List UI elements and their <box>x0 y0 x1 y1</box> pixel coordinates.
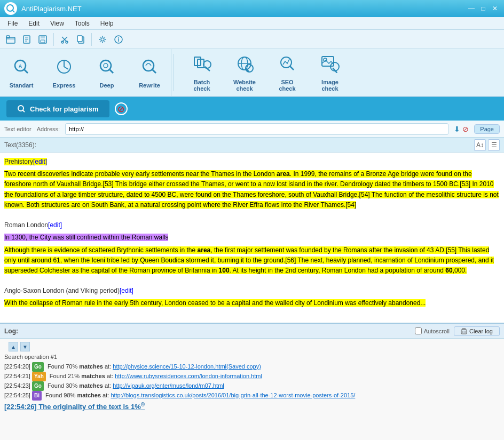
log-link-0[interactable]: http://physice.science/15-10-12-london.h… <box>113 363 261 370</box>
svg-line-28 <box>152 69 156 73</box>
toolbar-settings[interactable] <box>95 32 110 47</box>
log-link-3[interactable]: http://blogs.translogistics.co.uk/posts/… <box>111 392 355 398</box>
svg-rect-3 <box>6 36 10 38</box>
view-toggle-button[interactable]: ☰ <box>488 139 500 151</box>
maximize-button[interactable]: □ <box>478 4 488 13</box>
log-final-entry: [22:54:26] The originality of the text i… <box>4 401 500 413</box>
svg-point-17 <box>101 38 104 41</box>
toolbar: i <box>0 30 504 49</box>
menu-file[interactable]: File <box>2 19 23 28</box>
toolbar-sep2 <box>91 33 92 46</box>
image-label: Imagecheck <box>321 79 338 92</box>
toolbar-paste[interactable] <box>73 32 88 47</box>
page-button[interactable]: Page <box>474 124 500 134</box>
svg-rect-46 <box>461 330 467 334</box>
log-tag-yah-1: Yah <box>32 372 46 381</box>
rewrite-label: Rewrite <box>139 82 160 89</box>
log-link-2[interactable]: http://vipauk.org/enter/muse/lond/m07.ht… <box>113 382 224 389</box>
mode-rewrite[interactable]: Rewrite <box>128 49 171 96</box>
website-icon <box>235 54 254 77</box>
editor-tools: A↕ ☰ <box>474 139 500 151</box>
mode-website[interactable]: Websitecheck <box>223 49 266 96</box>
check-modes-bar: A Standart Express <box>0 49 504 97</box>
action-bar: Check for plagiarism ⊘ <box>0 97 504 121</box>
log-search-op: Search operation #1 <box>4 353 500 362</box>
svg-rect-16 <box>77 36 82 42</box>
log-tag-bi-3: Bi <box>32 391 42 401</box>
close-button[interactable]: ✕ <box>490 4 500 13</box>
express-icon <box>54 57 74 80</box>
mode-batch[interactable]: Batchcheck <box>180 49 223 96</box>
mode-standart[interactable]: A Standart <box>0 49 43 96</box>
window-controls: — □ ✕ <box>467 4 500 13</box>
toolbar-open[interactable] <box>3 32 18 47</box>
toolbar-save[interactable] <box>35 32 50 47</box>
deep-icon <box>97 57 116 80</box>
autoscroll-label[interactable]: Autoscroll <box>415 327 450 334</box>
svg-point-31 <box>203 61 211 68</box>
svg-rect-9 <box>41 36 45 38</box>
svg-line-45 <box>23 110 25 113</box>
log-controls: Autoscroll Clear log <box>415 326 500 336</box>
text-editor-label: Text editor <box>4 126 32 132</box>
menu-tools[interactable]: Tools <box>69 19 95 28</box>
toolbar-new[interactable] <box>19 32 34 47</box>
batch-label: Batchcheck <box>193 79 210 92</box>
svg-text:A: A <box>19 63 22 69</box>
seo-label: SEOcheck <box>279 79 295 92</box>
mode-express[interactable]: Express <box>43 49 85 96</box>
menu-help[interactable]: Help <box>95 19 119 28</box>
address-bar: Text editor Address: ⬇ ⊘ Page <box>0 121 504 138</box>
scroll-up-button[interactable]: ▲ <box>9 342 18 351</box>
scroll-down-button[interactable]: ▼ <box>20 342 30 351</box>
text-content[interactable]: Prehistory[edit] Two recent discoveries … <box>0 153 504 323</box>
log-link-1[interactable]: http://www.rubysresidences.com/london-in… <box>115 373 262 379</box>
cancel-button[interactable]: ⊘ <box>115 102 128 115</box>
check-plagiarism-button[interactable]: Check for plagiarism <box>6 100 109 117</box>
editor-header: Text(3356): A↕ ☰ <box>0 138 504 153</box>
website-label: Websitecheck <box>233 79 256 92</box>
toolbar-cut[interactable] <box>57 32 72 47</box>
anglosaxon-header: Anglo-Saxon London (and Viking period)[e… <box>4 286 500 296</box>
svg-line-39 <box>290 66 294 70</box>
standart-icon: A <box>12 57 31 80</box>
toolbar-info[interactable]: i <box>111 32 126 47</box>
download-icon[interactable]: ⬇ <box>454 125 460 133</box>
font-size-button[interactable]: A↕ <box>474 139 486 151</box>
svg-text:i: i <box>118 37 120 43</box>
address-input[interactable] <box>65 123 448 135</box>
log-area: Log: Autoscroll Clear log ▲ ▼ Se <box>0 323 504 440</box>
mode-image[interactable]: Imagecheck <box>309 49 351 96</box>
express-label: Express <box>53 82 76 89</box>
svg-line-25 <box>109 69 113 73</box>
menu-edit[interactable]: Edit <box>23 19 45 28</box>
toolbar-sep1 <box>53 33 54 46</box>
mode-seo[interactable]: SEOcheck <box>266 49 309 96</box>
clear-address-icon[interactable]: ⊘ <box>462 125 469 133</box>
editor-title: Text(3356): <box>4 141 36 149</box>
roman-confined-text: In 1300, the City was still confined wit… <box>4 233 500 243</box>
check-mode-group1: A Standart Express <box>0 49 171 96</box>
svg-rect-10 <box>41 40 45 43</box>
prehistory-text: Two recent discoveries indicate probable… <box>4 169 500 210</box>
log-entry-1: [22:54:21] Yah Found 21% matches at: htt… <box>4 372 500 381</box>
image-icon <box>320 54 340 77</box>
svg-point-26 <box>104 63 108 68</box>
log-content[interactable]: ▲ ▼ Search operation #1 [22:54:20] Go Fo… <box>0 339 504 440</box>
address-action-icons: ⬇ ⊘ <box>454 125 469 133</box>
clear-log-button[interactable]: Clear log <box>454 326 500 336</box>
standart-label: Standart <box>10 82 34 89</box>
mode-deep[interactable]: Deep <box>85 49 128 96</box>
copyright-symbol: © <box>141 402 145 407</box>
title-bar: AntiPlagiarism.NET — □ ✕ <box>0 0 504 17</box>
anglosaxon-text: With the collapse of Roman rule in the e… <box>4 298 500 308</box>
autoscroll-checkbox[interactable] <box>415 327 422 334</box>
prehistory-header: Prehistory[edit] <box>4 157 500 167</box>
app-title: AntiPlagiarism.NET <box>21 5 467 13</box>
mode-separator <box>174 54 174 91</box>
menu-view[interactable]: View <box>45 19 69 28</box>
batch-icon <box>192 54 211 77</box>
log-scroll-btns: ▲ ▼ <box>4 341 500 353</box>
minimize-button[interactable]: — <box>467 4 476 13</box>
log-tag-go-0: Go <box>32 362 44 372</box>
